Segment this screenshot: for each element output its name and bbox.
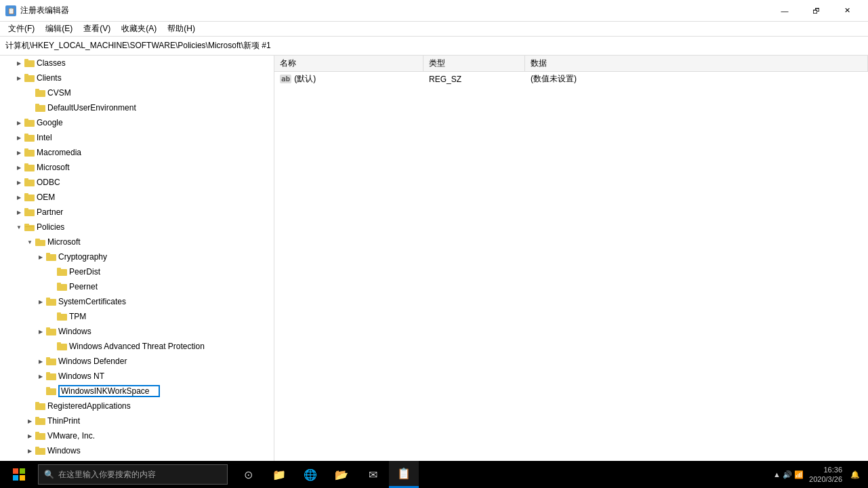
folder-icon-microsoft-policies	[35, 237, 46, 247]
tree-node-classes[interactable]: ▶ Classes	[0, 56, 274, 70]
close-button[interactable]: ✕	[831, 0, 863, 22]
taskbar-mail[interactable]: ✉	[358, 461, 388, 488]
tree-node-tpm[interactable]: ▶ TPM	[0, 309, 274, 324]
tree-node-peernet[interactable]: ▶ Peernet	[0, 279, 274, 294]
tree-node-odbc[interactable]: ▶ ODBC	[0, 175, 274, 190]
tree-node-microsoft-top[interactable]: ▶ Microsoft	[0, 160, 274, 175]
menu-edit[interactable]: 编辑(E)	[40, 22, 78, 36]
tree-node-system[interactable]: ▶ SYSTEM	[0, 458, 274, 461]
taskbar-explorer[interactable]: 📁	[264, 461, 294, 488]
svg-rect-28	[46, 253, 50, 256]
tree-node-microsoft-policies[interactable]: ▼ Microsoft	[0, 235, 274, 249]
menu-favorites[interactable]: 收藏夹(A)	[116, 22, 162, 36]
expand-systemcerts[interactable]: ▶	[35, 296, 46, 307]
folder-icon-windows	[46, 327, 57, 336]
tree-node-registeredapps[interactable]: ▶ RegisteredApplications	[0, 399, 274, 413]
expand-windows[interactable]: ▶	[35, 326, 46, 337]
right-panel: 名称 类型 数据 ab (默认) REG_SZ (数值未设置)	[274, 56, 868, 461]
svg-rect-42	[46, 357, 50, 360]
expand-macromedia[interactable]: ▶	[14, 147, 24, 158]
tree-node-windowsnt[interactable]: ▶ Windows NT	[0, 369, 274, 384]
tree-node-thinprint[interactable]: ▶ ThinPrint	[0, 413, 274, 428]
tree-node-policies[interactable]: ▼ Policies	[0, 220, 274, 235]
tree-node-vmware[interactable]: ▶ VMware, Inc.	[0, 428, 274, 443]
expand-policies[interactable]: ▼	[14, 222, 24, 232]
svg-rect-7	[35, 104, 39, 106]
tree-node-windowsinkworkspace[interactable]: ▶	[0, 384, 274, 399]
tree-node-cryptography[interactable]: ▶ Cryptography	[0, 249, 274, 264]
expand-partner[interactable]: ▶	[14, 207, 24, 218]
expand-microsoft-policies[interactable]: ▼	[24, 237, 35, 247]
tree-node-partner[interactable]: ▶ Partner	[0, 205, 274, 220]
notification-btn[interactable]: 🔔	[850, 470, 860, 479]
taskbar-search[interactable]: 🔍 在这里输入你要搜索的内容	[38, 464, 228, 485]
col-header-name[interactable]: 名称	[274, 56, 423, 71]
tree-node-oem[interactable]: ▶ OEM	[0, 190, 274, 205]
label-clients: Clients	[37, 73, 271, 83]
col-header-data[interactable]: 数据	[525, 56, 868, 71]
tree-node-watp[interactable]: ▶ Windows Advanced Threat Protection	[0, 339, 274, 354]
svg-rect-15	[24, 163, 28, 166]
expand-cryptography[interactable]: ▶	[35, 251, 46, 262]
label-windows: Windows	[58, 327, 271, 336]
label-policies: Policies	[37, 222, 271, 232]
tree-node-cvsm[interactable]: ▶ CVSM	[0, 85, 274, 100]
taskbar-filemanager[interactable]: 📂	[327, 461, 356, 488]
tree-node-windows-top[interactable]: ▶ Windows	[0, 443, 274, 458]
tree-node-windefender[interactable]: ▶ Windows Defender	[0, 354, 274, 369]
tree-node-windows[interactable]: ▶ Windows	[0, 324, 274, 339]
tree-node-google[interactable]: ▶ Google	[0, 115, 274, 130]
folder-icon-odbc	[24, 178, 35, 187]
tree-node-clients[interactable]: ▶ Clients	[0, 70, 274, 85]
menu-help[interactable]: 帮助(H)	[162, 22, 201, 36]
label-vmware: VMware, Inc.	[47, 431, 271, 441]
expand-thinprint[interactable]: ▶	[24, 415, 35, 426]
tree-content[interactable]: ▶ Classes ▶ Clients ▶ CVSM	[0, 56, 274, 461]
tree-node-defaultuserenv[interactable]: ▶ DefaultUserEnvironment	[0, 100, 274, 115]
expand-windows-top[interactable]: ▶	[24, 445, 35, 456]
col-header-type[interactable]: 类型	[423, 56, 525, 71]
menu-view[interactable]: 查看(V)	[78, 22, 116, 36]
svg-rect-13	[24, 148, 28, 151]
menu-file[interactable]: 文件(F)	[3, 22, 40, 36]
minimize-button[interactable]: —	[769, 0, 800, 22]
taskbar-regedit[interactable]: 📋	[389, 461, 419, 488]
expand-intel[interactable]: ▶	[14, 132, 24, 143]
taskbar-edge[interactable]: 🌐	[295, 461, 325, 488]
taskbar-right: ▲ 🔊 📶 16:36 2020/3/26 🔔	[773, 465, 865, 484]
tree-node-systemcerts[interactable]: ▶ SystemCertificates	[0, 294, 274, 309]
clock-time: 16:36	[823, 465, 842, 474]
label-windefender: Windows Defender	[58, 357, 271, 366]
registry-row-default[interactable]: ab (默认) REG_SZ (数值未设置)	[274, 72, 868, 87]
col-name-label: 名称	[280, 58, 296, 69]
expand-classes[interactable]: ▶	[14, 58, 24, 68]
registry-values: ab (默认) REG_SZ (数值未设置)	[274, 72, 868, 461]
window-title: 注册表编辑器	[20, 5, 69, 16]
expand-oem[interactable]: ▶	[14, 192, 24, 203]
svg-rect-32	[57, 283, 61, 285]
folder-icon-windowsinkworkspace	[46, 386, 57, 396]
address-value[interactable]: 计算机\HKEY_LOCAL_MACHINE\SOFTWARE\Policies…	[5, 40, 271, 52]
label-microsoft-top: Microsoft	[37, 163, 271, 172]
svg-rect-44	[46, 372, 50, 375]
expand-vmware[interactable]: ▶	[24, 430, 35, 441]
folder-icon-defaultuserenv	[35, 103, 46, 113]
svg-rect-46	[46, 387, 50, 390]
expand-odbc[interactable]: ▶	[14, 177, 24, 188]
tree-node-peerdist[interactable]: ▶ PeerDist	[0, 264, 274, 279]
expand-google[interactable]: ▶	[14, 117, 24, 128]
expand-windefender[interactable]: ▶	[35, 356, 46, 367]
expand-windowsnt[interactable]: ▶	[35, 371, 46, 382]
restore-button[interactable]: 🗗	[800, 0, 831, 22]
rename-input[interactable]	[58, 385, 160, 397]
taskbar-cortana[interactable]: ⊙	[233, 461, 263, 488]
reg-type-value: REG_SZ	[423, 75, 525, 84]
tree-node-intel[interactable]: ▶ Intel	[0, 130, 274, 145]
svg-rect-64	[20, 475, 25, 481]
expand-clients[interactable]: ▶	[14, 73, 24, 83]
expand-system[interactable]: ▶	[5, 460, 16, 461]
expand-microsoft-top[interactable]: ▶	[14, 162, 24, 173]
start-button[interactable]	[3, 461, 35, 488]
folder-icon-macromedia	[24, 148, 35, 157]
tree-node-macromedia[interactable]: ▶ Macromedia	[0, 145, 274, 160]
